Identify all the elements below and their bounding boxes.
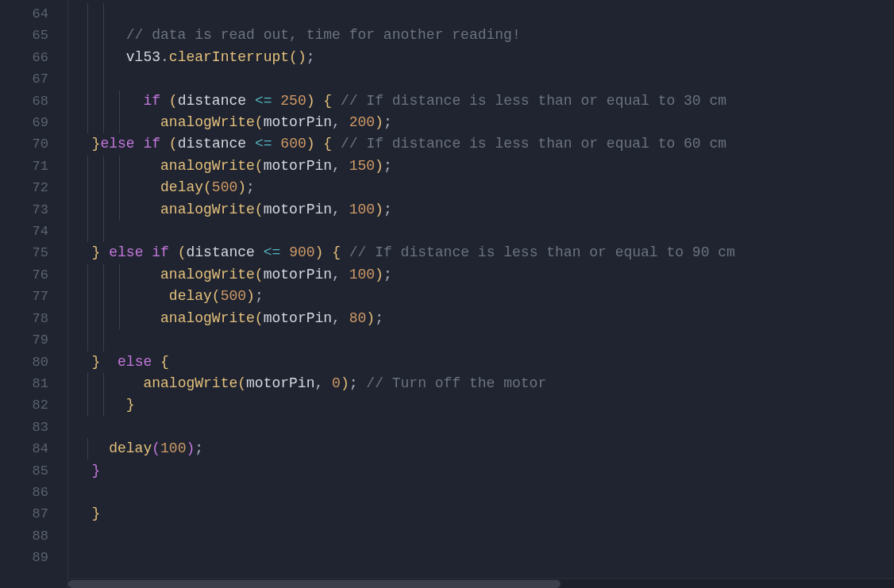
code-line[interactable]: analogWrite(motorPin, 150); [68,156,894,177]
code-token: <= [255,136,272,152]
code-token: ) [366,310,375,326]
code-token: , [332,267,349,282]
code-token: motorPin [264,202,332,217]
line-number: 70 [0,133,67,155]
line-number: 78 [0,308,67,329]
code-token: ; [383,158,392,174]
line-number-gutter: 6465666768697071727374757677787980818283… [0,0,68,588]
code-token [143,114,160,130]
code-token [246,136,255,152]
code-token: ( [255,267,264,282]
line-number: 83 [0,417,67,438]
code-token: delay [169,288,212,304]
code-token: ) [375,202,383,217]
code-line[interactable]: } else { [68,352,894,373]
code-token [272,93,281,109]
code-token: delay [109,440,152,456]
code-line[interactable] [68,525,894,547]
code-token [160,93,169,109]
horizontal-scrollbar-thumb[interactable] [68,580,561,588]
code-area[interactable]: // data is read out, time for another re… [68,0,894,588]
code-token: ( [212,288,221,304]
line-number: 86 [0,482,67,503]
code-token: else if [109,244,169,260]
code-line[interactable]: vl53.clearInterrupt(); [68,47,894,68]
code-token: analogWrite [160,202,255,217]
code-token [143,288,168,304]
code-token: ; [306,49,315,65]
code-token [100,354,118,370]
code-token: ) [306,93,315,109]
code-line[interactable]: analogWrite(motorPin, 80); [68,308,894,329]
code-token [255,244,264,260]
code-line[interactable]: }else if (distance <= 600) { // If dista… [68,133,894,155]
line-number: 85 [0,460,67,482]
code-line[interactable] [68,482,894,503]
code-token: ( [178,244,187,260]
code-token: } [92,136,101,152]
line-number: 72 [0,177,67,198]
code-token: ( [237,375,246,391]
code-token [332,136,341,152]
code-token: analogWrite [160,114,255,130]
code-line[interactable]: } else if (distance <= 900) { // If dist… [68,242,894,263]
code-token: ; [383,267,392,282]
code-token: ) [375,114,383,130]
code-token: ) [186,440,195,456]
code-token [315,136,324,152]
code-line[interactable] [68,3,894,25]
line-number: 89 [0,547,67,568]
code-token: analogWrite [143,375,237,391]
code-token: ( [169,93,178,109]
horizontal-scrollbar[interactable] [68,578,894,588]
code-token: , [314,375,332,391]
code-token [126,375,144,391]
line-number: 80 [0,352,67,373]
code-token [160,136,169,152]
code-token: 100 [349,202,375,217]
code-line[interactable] [68,547,894,568]
line-number: 87 [0,503,67,525]
code-token: 150 [349,158,375,174]
code-token: distance [178,136,246,152]
code-line[interactable]: analogWrite(motorPin, 200); [68,112,894,133]
code-editor[interactable]: 6465666768697071727374757677787980818283… [0,0,894,588]
code-token: <= [264,244,281,260]
code-token: else [118,354,152,370]
code-line[interactable]: } [68,460,894,482]
code-line[interactable]: delay(100); [68,438,894,459]
code-token: ( [255,310,264,326]
code-line[interactable] [68,417,894,438]
code-token [143,202,160,217]
code-token: analogWrite [160,310,255,326]
code-line[interactable] [68,68,894,90]
code-token: else if [100,136,160,152]
code-token: ( [255,202,264,217]
line-number: 75 [0,242,67,263]
code-token [272,136,281,152]
code-token: ) [375,267,383,282]
code-line[interactable]: if (distance <= 250) { // If distance is… [68,90,894,112]
code-token: 500 [221,288,246,304]
code-token: ( [255,158,264,174]
code-token [143,179,160,195]
code-line[interactable]: analogWrite(motorPin, 100); [68,264,894,286]
code-line[interactable]: } [68,503,894,525]
code-line[interactable]: } [68,394,894,416]
code-line[interactable]: // data is read out, time for another re… [68,25,894,46]
line-number: 84 [0,438,67,459]
code-line[interactable] [68,221,894,242]
code-line[interactable] [68,329,894,351]
code-line[interactable]: delay(500); [68,177,894,198]
code-line[interactable]: analogWrite(motorPin, 100); [68,199,894,221]
line-number: 71 [0,156,67,177]
code-token: ) [306,136,315,152]
line-number: 65 [0,25,67,46]
code-token [332,93,341,109]
line-number: 73 [0,199,67,221]
code-line[interactable]: analogWrite(motorPin, 0); // Turn off th… [68,373,894,394]
code-token: ( [255,114,264,130]
line-number: 66 [0,47,67,68]
code-line[interactable]: delay(500); [68,286,894,307]
code-token: } [92,244,101,260]
